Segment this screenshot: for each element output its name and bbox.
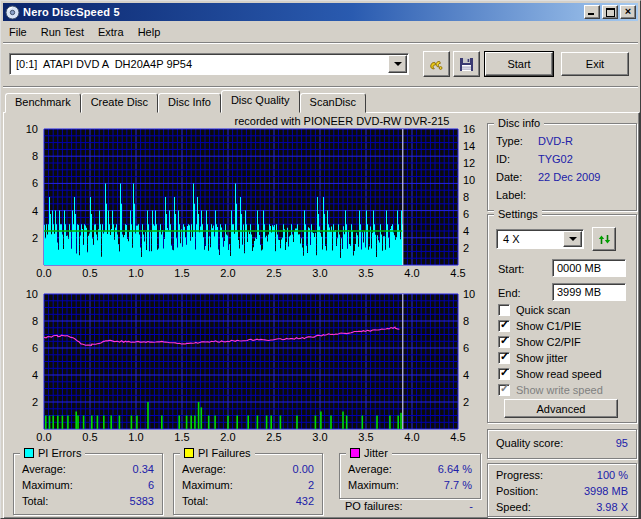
svg-text:8: 8: [463, 191, 469, 203]
speed-selector-dropdown-button[interactable]: [563, 231, 582, 247]
position-value: 3998 MB: [584, 485, 628, 497]
pi-failures-average: 0.00: [293, 463, 314, 475]
svg-text:2: 2: [463, 396, 469, 408]
minimize-button[interactable]: [584, 5, 600, 19]
start-button[interactable]: Start: [485, 52, 553, 76]
show-jitter-checkbox[interactable]: Show jitter: [498, 351, 567, 365]
po-failures-label: PO failures:: [345, 500, 402, 512]
svg-text:8: 8: [32, 315, 38, 327]
show-c2-pif-checkbox[interactable]: Show C2/PIF: [498, 335, 581, 349]
disc-label-label: Label:: [496, 189, 526, 201]
checkbox-icon: [498, 304, 510, 316]
svg-text:2.0: 2.0: [220, 431, 235, 443]
svg-text:3.0: 3.0: [312, 267, 327, 279]
chevron-down-icon: [394, 62, 402, 66]
app-disc-icon: [5, 5, 20, 20]
svg-text:10: 10: [463, 174, 475, 186]
advanced-button[interactable]: Advanced: [504, 399, 618, 418]
svg-text:6: 6: [32, 342, 38, 354]
svg-text:4.0: 4.0: [404, 431, 419, 443]
pi-errors-maximum: 6: [148, 479, 154, 491]
tab-create-disc[interactable]: Create Disc: [81, 93, 158, 113]
svg-text:12: 12: [463, 157, 475, 169]
svg-text:4: 4: [32, 369, 38, 381]
svg-text:4: 4: [32, 205, 38, 217]
tab-disc-quality[interactable]: Disc Quality: [221, 90, 300, 113]
start-position-input[interactable]: [552, 259, 626, 277]
settings-group: Settings 4 X Start: End: Quick scan Show…: [487, 214, 637, 423]
svg-text:3.0: 3.0: [312, 431, 327, 443]
maximize-button[interactable]: [602, 5, 618, 19]
disc-type-label: Type:: [496, 135, 523, 147]
pi-failures-maximum: 2: [308, 479, 314, 491]
save-button[interactable]: [453, 51, 480, 77]
po-failures-row: PO failures: -: [345, 500, 473, 514]
refresh-button[interactable]: [592, 227, 616, 251]
drive-selector-dropdown-button[interactable]: [388, 55, 407, 73]
quality-score-value: 95: [616, 437, 628, 449]
drive-options-button[interactable]: [423, 51, 450, 77]
show-c1-pie-checkbox[interactable]: Show C1/PIE: [498, 319, 581, 333]
svg-text:10: 10: [26, 123, 38, 135]
jitter-pi-failures-chart: 0.00.51.01.52.02.53.03.54.04.52468102468…: [1, 287, 483, 449]
svg-text:0.5: 0.5: [82, 267, 97, 279]
svg-text:6: 6: [463, 208, 469, 220]
pi-errors-chart: 0.00.51.01.52.02.53.03.54.04.52468102468…: [1, 119, 483, 287]
svg-text:2.5: 2.5: [266, 431, 281, 443]
end-position-input[interactable]: [552, 283, 626, 301]
po-failures-value: -: [469, 500, 473, 512]
svg-text:8: 8: [32, 150, 38, 162]
progress-label: Progress:: [496, 469, 543, 481]
pi-failures-total: 432: [296, 495, 314, 507]
tab-benchmark[interactable]: Benchmark: [5, 93, 81, 113]
menu-help[interactable]: Help: [132, 24, 169, 40]
show-read-speed-checkbox[interactable]: Show read speed: [498, 367, 602, 381]
svg-text:0.0: 0.0: [36, 431, 51, 443]
svg-text:1.0: 1.0: [128, 431, 143, 443]
speed-selector[interactable]: 4 X: [496, 229, 584, 249]
separator: [3, 42, 638, 44]
jitter-average: 6.64 %: [438, 463, 472, 475]
drive-selector[interactable]: [0:1] ATAPI DVD A DH20A4P 9P54: [9, 53, 409, 75]
app-window: Nero DiscSpeed 5 × File Run Test Extra H…: [0, 0, 641, 519]
settings-title: Settings: [494, 207, 542, 221]
pi-failures-group: PI Failures Average:0.00 Maximum:2 Total…: [173, 453, 323, 515]
quality-score-label: Quality score:: [496, 437, 563, 449]
title-bar: Nero DiscSpeed 5 ×: [3, 3, 638, 21]
position-label: Position:: [496, 485, 538, 497]
menu-extra[interactable]: Extra: [92, 24, 132, 40]
speed-label: Speed:: [496, 501, 531, 513]
menu-run-test[interactable]: Run Test: [35, 24, 92, 40]
checkbox-icon: [498, 352, 510, 364]
quick-scan-checkbox[interactable]: Quick scan: [498, 303, 570, 317]
maximize-icon: [606, 8, 615, 17]
disc-date-label: Date:: [496, 171, 522, 183]
svg-text:10: 10: [463, 288, 475, 300]
pi-errors-total: 5383: [130, 495, 154, 507]
svg-text:0.5: 0.5: [82, 431, 97, 443]
svg-text:2.0: 2.0: [220, 267, 235, 279]
progress-group: Progress:100 % Position:3998 MB Speed:3.…: [487, 463, 637, 517]
pi-failures-legend-swatch: [184, 448, 194, 458]
show-write-speed-checkbox: Show write speed: [498, 383, 603, 397]
quality-score-group: Quality score:95: [487, 429, 637, 459]
disc-info-group: Disc info Type:DVD-R ID:TYG02 Date:22 De…: [487, 123, 637, 211]
exit-button[interactable]: Exit: [561, 52, 629, 76]
svg-text:4.5: 4.5: [450, 267, 465, 279]
svg-text:2: 2: [463, 242, 469, 254]
tab-disc-info[interactable]: Disc Info: [158, 93, 221, 113]
menu-file[interactable]: File: [3, 24, 35, 40]
disc-id-value: TYG02: [538, 153, 573, 165]
close-button[interactable]: ×: [620, 5, 636, 19]
end-position-label: End:: [498, 287, 521, 299]
window-controls: ×: [582, 5, 636, 19]
svg-text:4: 4: [463, 225, 469, 237]
svg-text:1.5: 1.5: [174, 267, 189, 279]
svg-text:1.5: 1.5: [174, 431, 189, 443]
chevron-down-icon: [569, 237, 577, 241]
tab-scandisc[interactable]: ScanDisc: [300, 93, 366, 113]
tab-strip: Benchmark Create Disc Disc Info Disc Qua…: [5, 92, 366, 113]
pi-failures-title: PI Failures: [180, 446, 255, 460]
window-title: Nero DiscSpeed 5: [23, 6, 582, 18]
drive-selector-value: [0:1] ATAPI DVD A DH20A4P 9P54: [16, 58, 192, 70]
